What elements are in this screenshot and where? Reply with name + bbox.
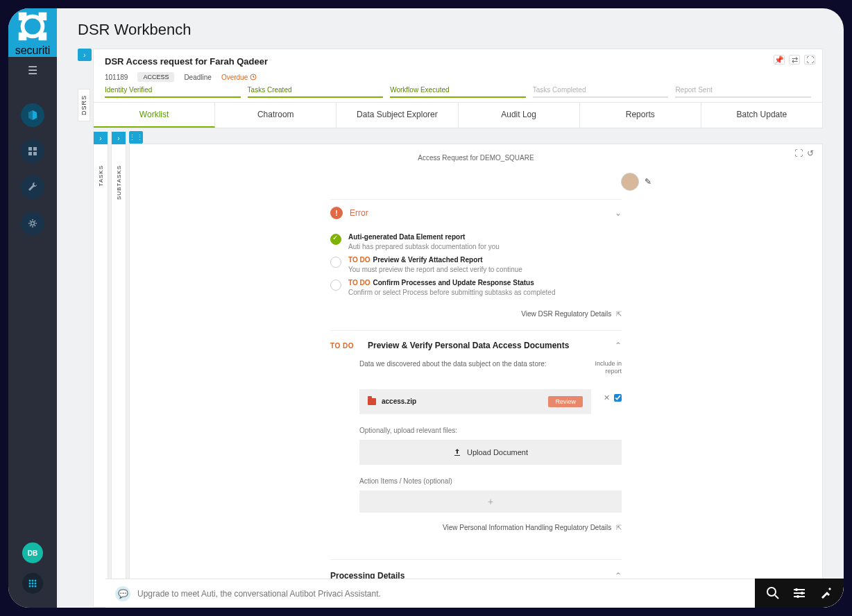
nav-item-settings[interactable] xyxy=(21,212,44,235)
filter-icon[interactable] xyxy=(792,586,806,600)
dsrs-rail-label: DSRS xyxy=(78,89,90,121)
step-subtitle: Auti has prepared subtask documentation … xyxy=(348,243,500,250)
tab-data-subject-explorer[interactable]: Data Subject Explorer xyxy=(336,103,458,128)
error-icon: ! xyxy=(330,207,343,219)
svg-point-17 xyxy=(32,585,34,588)
phase-tasks-completed: Tasks Completed xyxy=(533,86,669,98)
content-column: DSR Access request for Farah Qadeer 📌 ⇄ … xyxy=(93,49,844,608)
svg-rect-2 xyxy=(39,12,47,21)
tab-audit-log[interactable]: Audit Log xyxy=(459,103,580,128)
dsrs-rail: › DSRS xyxy=(78,49,93,608)
request-header-actions: 📌 ⇄ ⛶ xyxy=(774,55,815,65)
step-body: TO DOPreview & Verify Attached ReportYou… xyxy=(348,256,522,273)
chat-bar: 💬 Upgrade to meet Auti, the conversation… xyxy=(105,579,844,608)
deadline-status-text: Overdue xyxy=(221,74,248,81)
notes-label: Action Items / Notes (optional) xyxy=(359,477,622,485)
phase-identity-verified: Identity Verified xyxy=(105,86,241,98)
chevron-up-icon[interactable]: ⌃ xyxy=(615,341,622,350)
user-avatar[interactable]: DB xyxy=(22,542,43,563)
phase-bar: Identity VerifiedTasks CreatedWorkflow E… xyxy=(105,86,811,98)
expand-tasks-button[interactable]: › xyxy=(94,132,108,144)
chat-hint: Upgrade to meet Auti, the conversational… xyxy=(137,589,381,599)
chevron-down-icon[interactable]: ⌄ xyxy=(615,208,622,218)
file-name: access.zip xyxy=(382,397,416,405)
subtasks-rail: › SUBTASKS xyxy=(111,131,126,608)
bottom-toolbar xyxy=(755,579,844,608)
nav-item-dsr[interactable] xyxy=(21,103,44,127)
view-dsr-regulatory-link[interactable]: View DSR Regulatory Details xyxy=(521,310,611,318)
include-checkbox[interactable] xyxy=(614,394,622,402)
deadline-label: Deadline xyxy=(184,74,211,81)
request-card: DSR Access request for Farah Qadeer 📌 ⇄ … xyxy=(93,49,823,103)
svg-rect-5 xyxy=(28,147,32,151)
main-area: DSR Workbench › DSRS DSR Access request … xyxy=(57,8,844,608)
access-request-title: Access Request for DEMO_SQUARE xyxy=(141,154,811,162)
svg-rect-1 xyxy=(19,12,27,21)
regulatory-link-row: View DSR Regulatory Details ⇱ xyxy=(330,303,622,325)
app-switcher-icon[interactable] xyxy=(22,573,43,594)
empty-circle-icon xyxy=(330,257,341,268)
gear-icon xyxy=(28,219,37,228)
processing-section[interactable]: Processing Details ⌃ xyxy=(330,559,622,581)
tab-worklist[interactable]: Worklist xyxy=(94,103,215,128)
page-title: DSR Workbench xyxy=(57,8,844,49)
left-sidebar: securiti ☰ DB xyxy=(8,8,57,608)
svg-point-18 xyxy=(35,585,37,588)
error-accordion[interactable]: ! Error ⌄ xyxy=(330,199,622,226)
step-subtitle: Confirm or select Process before submitt… xyxy=(348,289,555,296)
cube-icon xyxy=(27,110,38,121)
step-item: Auti-generated Data Element reportAuti h… xyxy=(330,230,622,253)
tab-batch-update[interactable]: Batch Update xyxy=(701,103,822,128)
todo-tag: TO DO xyxy=(330,342,354,350)
expand-subtasks-button[interactable]: › xyxy=(112,132,126,144)
tab-reports[interactable]: Reports xyxy=(580,103,701,128)
svg-point-10 xyxy=(29,580,31,582)
empty-circle-icon xyxy=(330,280,341,291)
svg-rect-7 xyxy=(28,152,32,155)
build-icon[interactable] xyxy=(819,586,833,600)
phase-report-sent: Report Sent xyxy=(675,86,811,98)
notes-input[interactable]: + xyxy=(359,490,622,513)
folder-icon xyxy=(368,398,376,405)
request-meta: 101189 ACCESS Deadline Overdue xyxy=(105,72,811,82)
expand-dsrs-button[interactable]: › xyxy=(78,49,92,61)
history-icon[interactable]: ↺ xyxy=(807,148,814,158)
nav-item-tools[interactable] xyxy=(21,176,44,199)
svg-point-15 xyxy=(35,583,37,585)
tab-chatroom[interactable]: Chatroom xyxy=(215,103,336,128)
upload-button[interactable]: Upload Document xyxy=(359,440,622,465)
external-link-icon: ⇱ xyxy=(616,310,622,318)
svg-point-25 xyxy=(795,588,798,591)
fullscreen-icon[interactable]: ⛶ xyxy=(794,148,803,158)
share-icon[interactable]: ⇄ xyxy=(789,55,800,65)
preview-section-title: Preview & Verify Personal Data Access Do… xyxy=(368,341,569,350)
svg-rect-4 xyxy=(39,33,47,41)
menu-toggle-icon[interactable]: ☰ xyxy=(28,64,37,77)
review-button[interactable]: Review xyxy=(548,396,583,407)
remove-file-icon[interactable]: ✕ xyxy=(604,393,610,402)
step-body: Auti-generated Data Element reportAuti h… xyxy=(348,233,500,250)
svg-point-11 xyxy=(32,580,34,582)
view-pi-regulatory-link[interactable]: View Personal Information Handling Regul… xyxy=(443,524,611,531)
expand-icon[interactable]: ⛶ xyxy=(804,55,815,65)
phase-tasks-created: Tasks Created xyxy=(248,86,384,98)
check-circle-icon xyxy=(330,234,341,245)
assignee-avatar[interactable] xyxy=(621,173,639,191)
edit-assignee-icon[interactable]: ✎ xyxy=(645,177,651,187)
svg-rect-6 xyxy=(33,147,37,151)
chat-icon[interactable]: 💬 xyxy=(115,586,130,601)
nav-item-data[interactable] xyxy=(21,139,44,163)
search-icon[interactable] xyxy=(766,586,780,600)
subtasks-rail-label: SUBTASKS xyxy=(116,165,122,200)
preview-section-header[interactable]: TO DO Preview & Verify Personal Data Acc… xyxy=(330,341,622,350)
deadline-status: Overdue xyxy=(221,74,257,81)
pin-icon[interactable]: 📌 xyxy=(774,55,785,65)
svg-point-26 xyxy=(801,592,803,594)
request-id: 101189 xyxy=(105,74,128,81)
drag-handle-icon[interactable]: ⋮⋮ xyxy=(129,131,143,144)
subtask-panel: ! Error ⌄ Auti-generated Data Element re… xyxy=(330,199,622,581)
file-row-tail: ✕ xyxy=(604,393,622,402)
grid-icon xyxy=(28,146,37,156)
body-actions: ⛶ ↺ xyxy=(794,148,814,158)
svg-point-27 xyxy=(796,595,799,598)
